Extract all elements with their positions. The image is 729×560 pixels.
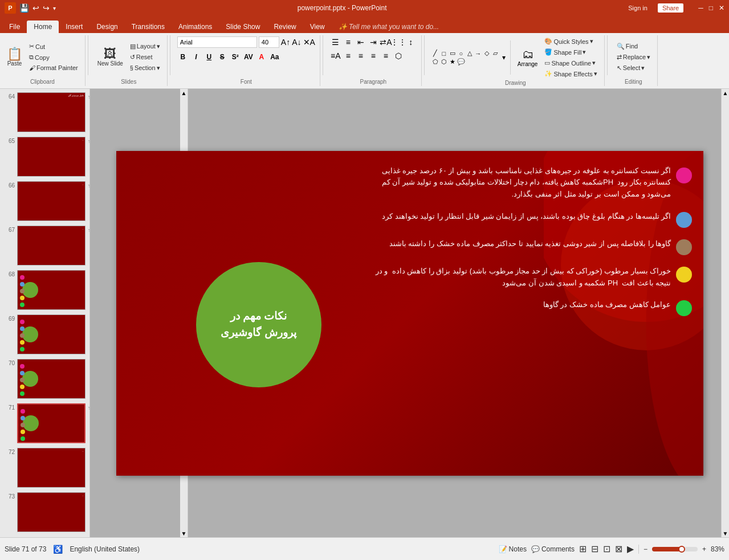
format-painter-button[interactable]: 🖌 Format Painter <box>27 63 80 72</box>
section-button[interactable]: § Section ▾ <box>128 63 162 73</box>
shape-callout[interactable]: 💬 <box>457 58 465 66</box>
bullets-button[interactable]: ☰ <box>330 36 341 48</box>
italic-button[interactable]: I <box>190 51 202 63</box>
close-button[interactable]: ✕ <box>719 4 724 12</box>
scroll-down-btn[interactable]: ▼ <box>181 530 187 536</box>
find-button[interactable]: 🔍 Find <box>614 42 653 51</box>
slide-item-66[interactable]: 66 ... ★ <box>2 180 87 222</box>
slide-thumb-67[interactable]: ... <box>17 226 85 265</box>
tab-animations[interactable]: Animations <box>172 21 219 33</box>
slide-thumb-69[interactable] <box>17 314 85 354</box>
indent-decrease-button[interactable]: ⇤ <box>355 36 366 48</box>
tab-design[interactable]: Design <box>89 21 124 33</box>
quick-styles-button[interactable]: 🎨 Quick Styles ▾ <box>542 36 599 46</box>
notes-button[interactable]: 📝 Notes <box>499 545 527 553</box>
shape-triangle[interactable]: △ <box>466 50 474 58</box>
font-size2-button[interactable]: Aa <box>269 51 280 63</box>
share-button[interactable]: Share <box>658 3 683 13</box>
copy-button[interactable]: ⧉ Copy <box>27 52 80 62</box>
font-increase-icon[interactable]: A↑ <box>281 38 290 47</box>
slide-panel[interactable]: 64 عامل سیستم گاو ★ 65 ... ★ 66 ... ★ 67 <box>0 89 90 537</box>
normal-view-btn[interactable]: ⊞ <box>579 543 587 554</box>
tab-view[interactable]: View <box>303 21 332 33</box>
redo-icon[interactable]: ↪ <box>43 3 50 13</box>
right-scrollbar[interactable]: ▲ ▼ <box>721 89 729 537</box>
shape-hexagon[interactable]: ⬡ <box>440 58 448 66</box>
shape-oval[interactable]: ○ <box>457 50 465 58</box>
replace-button[interactable]: ⇄ Replace ▾ <box>614 52 653 62</box>
line-spacing-button[interactable]: ↕ <box>405 36 417 48</box>
slide-item-70[interactable]: 70 <box>2 358 87 400</box>
layout-button[interactable]: ▤ Layout ▾ <box>128 42 162 51</box>
slide-item-68[interactable]: 68 <box>2 269 87 311</box>
zoom-level[interactable]: 83% <box>711 545 724 553</box>
text-direction-button[interactable]: ⇄A <box>380 36 392 48</box>
paste-button[interactable]: 📋 Paste <box>5 47 25 68</box>
smartart-button[interactable]: ⬡ <box>393 50 404 62</box>
outline-view-btn[interactable]: ⊟ <box>591 543 598 554</box>
slide-thumb-66[interactable]: ... <box>17 181 85 221</box>
font-name-box[interactable]: Arial <box>177 36 257 48</box>
shape-star[interactable]: ★ <box>449 58 457 66</box>
tab-review[interactable]: Review <box>267 21 303 33</box>
tab-file[interactable]: File <box>2 21 27 33</box>
align-left-button[interactable]: ≡ <box>343 50 354 62</box>
tab-insert[interactable]: Insert <box>59 21 89 33</box>
select-button[interactable]: ↖ Select ▾ <box>614 63 653 73</box>
clear-format-icon[interactable]: ✕A <box>303 38 315 47</box>
char-spacing-button[interactable]: AV <box>243 51 254 63</box>
tab-slideshow[interactable]: Slide Show <box>219 21 267 33</box>
underline-button[interactable]: U <box>203 51 215 63</box>
new-slide-button[interactable]: 🖼 New Slide <box>95 47 125 68</box>
strikethrough-button[interactable]: S <box>217 51 228 63</box>
slide-item-69[interactable]: 69 <box>2 313 87 355</box>
font-decrease-icon[interactable]: A↓ <box>292 38 301 47</box>
reset-button[interactable]: ↺ Reset <box>128 52 162 62</box>
comments-button[interactable]: 💬 Comments <box>531 545 575 553</box>
scroll-right-down-btn[interactable]: ▼ <box>723 530 728 536</box>
slide-thumb-73[interactable]: ... <box>17 492 85 532</box>
zoom-thumb[interactable] <box>678 546 685 553</box>
justify-button[interactable]: ≡ <box>380 50 392 62</box>
maximize-button[interactable]: □ <box>709 4 713 12</box>
tab-tellme[interactable]: ✨ Tell me what you want to do... <box>332 21 446 33</box>
slide-thumb-72[interactable]: ... <box>17 448 85 488</box>
shape-arrow[interactable]: → <box>474 50 482 58</box>
shape-parallelogram[interactable]: ▱ <box>491 50 499 58</box>
slide-sorter-btn[interactable]: ⊡ <box>603 543 610 554</box>
zoom-in-btn[interactable]: + <box>702 545 706 553</box>
shape-outline-button[interactable]: ▭ Shape Outline ▾ <box>542 58 599 68</box>
slide-thumb-64[interactable]: عامل سیستم گاو <box>17 92 85 132</box>
zoom-out-btn[interactable]: − <box>644 545 647 553</box>
shape-rect[interactable]: □ <box>440 50 448 58</box>
shape-pentagon[interactable]: ⬠ <box>431 58 439 66</box>
tab-home[interactable]: Home <box>27 21 59 33</box>
arrange-button[interactable]: 🗂 Arrange <box>515 46 540 70</box>
slide-item-73[interactable]: 73 ... <box>2 491 87 533</box>
save-icon[interactable]: 💾 <box>19 3 29 13</box>
slide-item-65[interactable]: 65 ... ★ <box>2 136 87 178</box>
slide-thumb-70[interactable] <box>17 359 85 399</box>
scroll-right-up-btn[interactable]: ▲ <box>723 90 728 96</box>
align-right-button[interactable]: ≡ <box>368 50 379 62</box>
minimize-button[interactable]: ─ <box>698 4 703 12</box>
indent-increase-button[interactable]: ⇥ <box>368 36 379 48</box>
shape-fill-button[interactable]: 🪣 Shape Fill ▾ <box>542 47 599 57</box>
bold-button[interactable]: B <box>177 51 189 63</box>
slide-item-71[interactable]: 71 ★ <box>2 402 87 444</box>
slide-item-64[interactable]: 64 عامل سیستم گاو ★ <box>2 91 87 133</box>
shapes-more-icon[interactable]: ▾ <box>502 54 506 62</box>
align-center-button[interactable]: ≡ <box>355 50 366 62</box>
slide-item-72[interactable]: 72 ... <box>2 447 87 489</box>
numbering-button[interactable]: ≡ <box>343 36 354 48</box>
undo-icon[interactable]: ↩ <box>32 3 39 13</box>
slide-thumb-68[interactable] <box>17 270 85 310</box>
tab-transitions[interactable]: Transitions <box>125 21 172 33</box>
font-color-button[interactable]: A <box>256 51 267 63</box>
shape-line[interactable]: ╱ <box>431 50 439 58</box>
shape-round-rect[interactable]: ▭ <box>449 50 457 58</box>
columns-button[interactable]: ⋮⋮ <box>393 36 404 48</box>
reading-view-btn[interactable]: ⊠ <box>615 543 622 554</box>
slide-thumb-65[interactable]: ... <box>17 137 85 177</box>
slide-item-67[interactable]: 67 ... ★ <box>2 224 87 267</box>
